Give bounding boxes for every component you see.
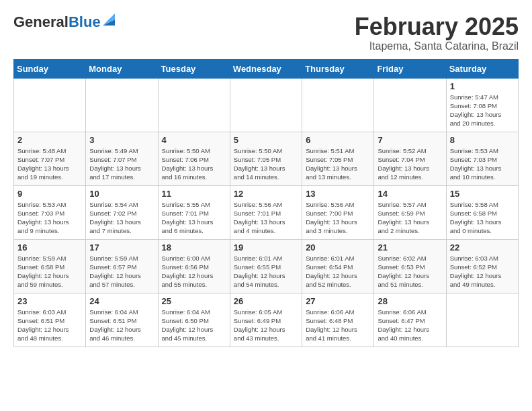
week-row-1: 1Sunrise: 5:47 AM Sunset: 7:08 PM Daylig… <box>14 78 519 132</box>
day-info: Sunrise: 5:59 AM Sunset: 6:58 PM Dayligh… <box>17 254 82 289</box>
week-row-5: 23Sunrise: 6:03 AM Sunset: 6:51 PM Dayli… <box>14 293 519 347</box>
day-number: 8 <box>450 135 515 145</box>
weekday-header-sunday: Sunday <box>14 59 86 78</box>
day-number: 19 <box>234 242 298 253</box>
calendar-cell: 18Sunrise: 6:00 AM Sunset: 6:56 PM Dayli… <box>158 239 230 293</box>
day-info: Sunrise: 6:03 AM Sunset: 6:51 PM Dayligh… <box>17 308 82 343</box>
weekday-header-row: SundayMondayTuesdayWednesdayThursdayFrid… <box>14 59 519 78</box>
weekday-header-thursday: Thursday <box>302 59 374 78</box>
day-number: 18 <box>162 242 226 253</box>
calendar-table: SundayMondayTuesdayWednesdayThursdayFrid… <box>13 59 519 347</box>
day-number: 9 <box>17 189 82 199</box>
logo-blue-text: Blue <box>69 13 101 31</box>
day-number: 22 <box>450 242 515 253</box>
calendar-cell: 7Sunrise: 5:52 AM Sunset: 7:04 PM Daylig… <box>374 132 446 185</box>
day-info: Sunrise: 5:49 AM Sunset: 7:07 PM Dayligh… <box>89 146 154 182</box>
calendar-cell: 25Sunrise: 6:04 AM Sunset: 6:50 PM Dayli… <box>158 293 230 347</box>
day-info: Sunrise: 6:02 AM Sunset: 6:53 PM Dayligh… <box>378 254 442 289</box>
calendar-cell: 14Sunrise: 5:57 AM Sunset: 6:59 PM Dayli… <box>374 185 446 239</box>
day-info: Sunrise: 5:48 AM Sunset: 7:07 PM Dayligh… <box>17 146 82 182</box>
calendar-cell: 13Sunrise: 5:56 AM Sunset: 7:00 PM Dayli… <box>302 185 374 239</box>
location-text: Itapema, Santa Catarina, Brazil <box>355 40 519 52</box>
day-number: 2 <box>17 135 82 145</box>
day-info: Sunrise: 5:51 AM Sunset: 7:05 PM Dayligh… <box>306 146 370 182</box>
day-info: Sunrise: 5:55 AM Sunset: 7:01 PM Dayligh… <box>162 200 226 236</box>
day-info: Sunrise: 5:58 AM Sunset: 6:58 PM Dayligh… <box>450 200 515 236</box>
day-info: Sunrise: 5:50 AM Sunset: 7:05 PM Dayligh… <box>234 146 298 182</box>
weekday-header-wednesday: Wednesday <box>230 59 302 78</box>
day-info: Sunrise: 6:03 AM Sunset: 6:52 PM Dayligh… <box>450 254 515 289</box>
day-info: Sunrise: 5:54 AM Sunset: 7:02 PM Dayligh… <box>89 200 154 236</box>
calendar-cell: 28Sunrise: 6:06 AM Sunset: 6:47 PM Dayli… <box>374 293 446 347</box>
calendar-cell: 8Sunrise: 5:53 AM Sunset: 7:03 PM Daylig… <box>446 132 518 185</box>
day-info: Sunrise: 5:57 AM Sunset: 6:59 PM Dayligh… <box>378 200 442 236</box>
weekday-header-monday: Monday <box>86 59 158 78</box>
day-info: Sunrise: 6:01 AM Sunset: 6:54 PM Dayligh… <box>306 254 370 289</box>
calendar-cell <box>14 78 86 132</box>
weekday-header-saturday: Saturday <box>446 59 518 78</box>
calendar-cell: 23Sunrise: 6:03 AM Sunset: 6:51 PM Dayli… <box>14 293 86 347</box>
calendar-cell: 11Sunrise: 5:55 AM Sunset: 7:01 PM Dayli… <box>158 185 230 239</box>
day-info: Sunrise: 6:04 AM Sunset: 6:50 PM Dayligh… <box>162 308 226 343</box>
day-number: 28 <box>378 296 442 306</box>
day-number: 24 <box>89 296 154 306</box>
month-title: February 2025 <box>355 13 519 40</box>
calendar-cell <box>158 78 230 132</box>
day-number: 15 <box>450 189 515 199</box>
calendar-cell <box>374 78 446 132</box>
calendar-cell: 5Sunrise: 5:50 AM Sunset: 7:05 PM Daylig… <box>230 132 302 185</box>
day-info: Sunrise: 6:05 AM Sunset: 6:49 PM Dayligh… <box>234 308 298 343</box>
day-number: 27 <box>306 296 370 306</box>
day-number: 12 <box>234 189 298 199</box>
day-info: Sunrise: 5:47 AM Sunset: 7:08 PM Dayligh… <box>450 93 515 128</box>
day-number: 16 <box>17 242 82 253</box>
day-info: Sunrise: 5:53 AM Sunset: 7:03 PM Dayligh… <box>450 146 515 182</box>
calendar-cell: 17Sunrise: 5:59 AM Sunset: 6:57 PM Dayli… <box>86 239 158 293</box>
day-info: Sunrise: 5:56 AM Sunset: 7:00 PM Dayligh… <box>306 200 370 236</box>
day-number: 4 <box>162 135 226 145</box>
title-section: February 2025 Itapema, Santa Catarina, B… <box>355 13 519 52</box>
day-info: Sunrise: 5:56 AM Sunset: 7:01 PM Dayligh… <box>234 200 298 236</box>
calendar-cell: 16Sunrise: 5:59 AM Sunset: 6:58 PM Dayli… <box>14 239 86 293</box>
calendar-cell: 20Sunrise: 6:01 AM Sunset: 6:54 PM Dayli… <box>302 239 374 293</box>
calendar-cell: 19Sunrise: 6:01 AM Sunset: 6:55 PM Dayli… <box>230 239 302 293</box>
logo: General Blue <box>13 13 115 31</box>
calendar-cell: 15Sunrise: 5:58 AM Sunset: 6:58 PM Dayli… <box>446 185 518 239</box>
logo-icon <box>103 13 115 28</box>
day-number: 1 <box>450 81 515 91</box>
day-info: Sunrise: 5:53 AM Sunset: 7:03 PM Dayligh… <box>17 200 82 236</box>
day-number: 6 <box>306 135 370 145</box>
logo-general-text: General <box>13 13 69 31</box>
calendar-cell: 4Sunrise: 5:50 AM Sunset: 7:06 PM Daylig… <box>158 132 230 185</box>
calendar-cell: 27Sunrise: 6:06 AM Sunset: 6:48 PM Dayli… <box>302 293 374 347</box>
day-number: 25 <box>162 296 226 306</box>
day-number: 13 <box>306 189 370 199</box>
day-number: 23 <box>17 296 82 306</box>
calendar-cell: 9Sunrise: 5:53 AM Sunset: 7:03 PM Daylig… <box>14 185 86 239</box>
day-number: 14 <box>378 189 442 199</box>
calendar-cell: 1Sunrise: 5:47 AM Sunset: 7:08 PM Daylig… <box>446 78 518 132</box>
day-info: Sunrise: 5:50 AM Sunset: 7:06 PM Dayligh… <box>162 146 226 182</box>
page-header: General Blue February 2025 Itapema, Sant… <box>13 13 519 52</box>
day-number: 20 <box>306 242 370 253</box>
day-info: Sunrise: 6:06 AM Sunset: 6:48 PM Dayligh… <box>306 308 370 343</box>
week-row-2: 2Sunrise: 5:48 AM Sunset: 7:07 PM Daylig… <box>14 132 519 185</box>
day-number: 26 <box>234 296 298 306</box>
calendar-cell: 10Sunrise: 5:54 AM Sunset: 7:02 PM Dayli… <box>86 185 158 239</box>
calendar-cell <box>86 78 158 132</box>
day-info: Sunrise: 6:00 AM Sunset: 6:56 PM Dayligh… <box>162 254 226 289</box>
day-number: 17 <box>89 242 154 253</box>
day-number: 5 <box>234 135 298 145</box>
calendar-cell: 2Sunrise: 5:48 AM Sunset: 7:07 PM Daylig… <box>14 132 86 185</box>
day-info: Sunrise: 6:01 AM Sunset: 6:55 PM Dayligh… <box>234 254 298 289</box>
weekday-header-friday: Friday <box>374 59 446 78</box>
calendar-cell: 3Sunrise: 5:49 AM Sunset: 7:07 PM Daylig… <box>86 132 158 185</box>
calendar-cell <box>446 293 518 347</box>
day-number: 7 <box>378 135 442 145</box>
week-row-3: 9Sunrise: 5:53 AM Sunset: 7:03 PM Daylig… <box>14 185 519 239</box>
calendar-cell: 21Sunrise: 6:02 AM Sunset: 6:53 PM Dayli… <box>374 239 446 293</box>
day-number: 10 <box>89 189 154 199</box>
calendar-cell: 24Sunrise: 6:04 AM Sunset: 6:51 PM Dayli… <box>86 293 158 347</box>
calendar-cell: 22Sunrise: 6:03 AM Sunset: 6:52 PM Dayli… <box>446 239 518 293</box>
day-info: Sunrise: 6:06 AM Sunset: 6:47 PM Dayligh… <box>378 308 442 343</box>
